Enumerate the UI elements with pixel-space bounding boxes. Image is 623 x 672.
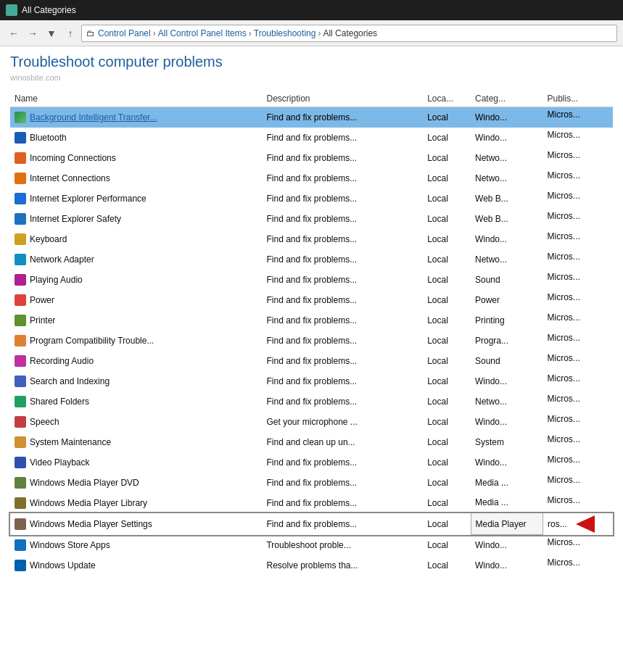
table-row[interactable]: Incoming ConnectionsFind and fix problem… [10, 148, 613, 168]
breadcrumb-troubleshooting[interactable]: Troubleshooting [254, 28, 316, 38]
item-category-cell: Windo... [471, 452, 542, 473]
dropdown-button[interactable]: ▼ [44, 25, 59, 41]
item-publisher-cell: Micros... [543, 493, 601, 507]
table-row[interactable]: Windows Media Player SettingsFind and fi… [10, 513, 613, 535]
item-desc-cell: Find and fix problems... [262, 290, 423, 310]
table-row[interactable]: BluetoothFind and fix problems...LocalWi… [10, 128, 613, 148]
table-row[interactable]: Playing AudioFind and fix problems...Loc… [10, 270, 613, 290]
item-name-label: Speech [30, 417, 59, 427]
breadcrumb-control-panel[interactable]: Control Panel [98, 28, 151, 38]
item-name-cell: Windows Update [10, 555, 262, 576]
item-name-cell: Windows Store Apps [10, 535, 262, 555]
item-category-cell: System [471, 432, 542, 452]
bits-icon [15, 112, 26, 123]
table-row[interactable]: Background Intelligent Transfer...Find a… [10, 107, 613, 128]
up-button[interactable]: ↑ [62, 25, 78, 41]
item-name-label: Network Adapter [30, 254, 94, 265]
item-category-cell: Power [471, 290, 542, 310]
page-title: Troubleshoot computer problems [10, 54, 613, 70]
col-header-description[interactable]: Description [262, 91, 423, 107]
item-name-label: Video Playback [30, 457, 90, 468]
dvd-icon [15, 477, 26, 489]
table-row[interactable]: Internet ConnectionsFind and fix problem… [10, 168, 613, 188]
sysmaint-icon [15, 436, 26, 448]
item-name-label: Internet Connections [30, 173, 110, 183]
mplibrary-icon [15, 497, 26, 509]
item-publisher-cell: Micros... [543, 391, 601, 406]
table-row[interactable]: KeyboardFind and fix problems...LocalWin… [10, 229, 613, 249]
col-header-category[interactable]: Categ... [471, 91, 542, 107]
item-name-cell: Network Adapter [10, 249, 262, 270]
publisher-label: Micros... [548, 537, 580, 547]
item-local-cell: Local [423, 535, 471, 555]
col-header-name[interactable]: Name [10, 91, 262, 107]
table-row[interactable]: Windows Media Player DVDFind and fix pro… [10, 473, 613, 493]
item-name-label: Keyboard [30, 234, 67, 244]
table-row[interactable]: Windows Media Player LibraryFind and fix… [10, 493, 613, 513]
item-name-label: Incoming Connections [30, 153, 116, 163]
app-icon [6, 4, 17, 16]
item-desc-cell: Find and fix problems... [262, 351, 423, 371]
table-row[interactable]: Program Compatibility Trouble...Find and… [10, 331, 613, 351]
table-row[interactable]: System MaintenanceFind and clean up un..… [10, 432, 613, 452]
item-desc-cell: Find and fix problems... [262, 391, 423, 412]
table-row[interactable]: Internet Explorer SafetyFind and fix pro… [10, 209, 613, 229]
item-publisher-cell: Micros... [543, 412, 601, 426]
address-path[interactable]: 🗀 Control Panel › All Control Panel Item… [81, 25, 617, 42]
back-button[interactable]: ← [6, 25, 22, 41]
table-row[interactable]: SpeechGet your microphone ...LocalWindo.… [10, 412, 613, 432]
table-row[interactable]: Recording AudioFind and fix problems...L… [10, 351, 613, 371]
publisher-label: Micros... [548, 130, 580, 140]
item-desc-cell: Find and fix problems... [262, 493, 423, 513]
table-row[interactable]: Search and IndexingFind and fix problems… [10, 371, 613, 391]
table-row[interactable]: Internet Explorer PerformanceFind and fi… [10, 188, 613, 209]
item-category-cell: Sound [471, 270, 542, 290]
item-local-cell: Local [423, 493, 471, 513]
mpsettings-icon [15, 518, 26, 530]
table-row[interactable]: PrinterFind and fix problems...LocalPrin… [10, 310, 613, 331]
item-local-cell: Local [423, 310, 471, 331]
table-row[interactable]: Video PlaybackFind and fix problems...Lo… [10, 452, 613, 473]
table-row[interactable]: Windows UpdateResolve problems tha...Loc… [10, 555, 613, 576]
item-local-cell: Local [423, 513, 471, 535]
publisher-label: ros... [548, 519, 567, 529]
table-row[interactable]: PowerFind and fix problems...LocalPowerM… [10, 290, 613, 310]
sep2: › [249, 28, 252, 38]
item-publisher-cell: Micros... [543, 270, 601, 284]
item-desc-cell: Find and fix problems... [262, 148, 423, 168]
item-desc-cell: Find and fix problems... [262, 209, 423, 229]
item-name-cell: Windows Media Player Settings [10, 513, 262, 535]
publisher-label: Micros... [548, 475, 580, 485]
item-desc-cell: Find and fix problems... [262, 371, 423, 391]
item-local-cell: Local [423, 452, 471, 473]
item-name-cell: Incoming Connections [10, 148, 262, 168]
col-header-publisher[interactable]: Publis... [543, 91, 614, 107]
item-desc-cell: Find and clean up un... [262, 432, 423, 452]
item-category-cell: Netwo... [471, 391, 542, 412]
item-name-cell: Video Playback [10, 452, 262, 473]
item-category-cell: Media ... [471, 473, 542, 493]
item-desc-cell: Get your microphone ... [262, 412, 423, 432]
item-name-cell: Printer [10, 310, 262, 331]
table-row[interactable]: Windows Store AppsTroubleshoot proble...… [10, 535, 613, 555]
item-local-cell: Local [423, 188, 471, 209]
breadcrumb-all-categories: All Categories [323, 28, 377, 38]
item-desc-cell: Find and fix problems... [262, 188, 423, 209]
sep3: › [318, 28, 321, 38]
item-local-cell: Local [423, 168, 471, 188]
publisher-label: Micros... [548, 150, 580, 160]
col-header-local[interactable]: Loca... [423, 91, 471, 107]
item-local-cell: Local [423, 391, 471, 412]
item-name-label: Bluetooth [30, 133, 67, 143]
forward-button[interactable]: → [25, 25, 41, 41]
item-publisher-cell: Micros... [543, 249, 601, 264]
item-name-label: Internet Explorer Safety [30, 214, 121, 224]
item-name-cell: Keyboard [10, 229, 262, 249]
item-publisher-cell: Micros... [543, 535, 601, 549]
table-row[interactable]: Shared FoldersFind and fix problems...Lo… [10, 391, 613, 412]
printer-icon [15, 315, 26, 326]
table-row[interactable]: Network AdapterFind and fix problems...L… [10, 249, 613, 270]
item-local-cell: Local [423, 331, 471, 351]
breadcrumb-all-items[interactable]: All Control Panel Items [158, 28, 247, 38]
item-category-cell: Media Player [471, 513, 542, 535]
